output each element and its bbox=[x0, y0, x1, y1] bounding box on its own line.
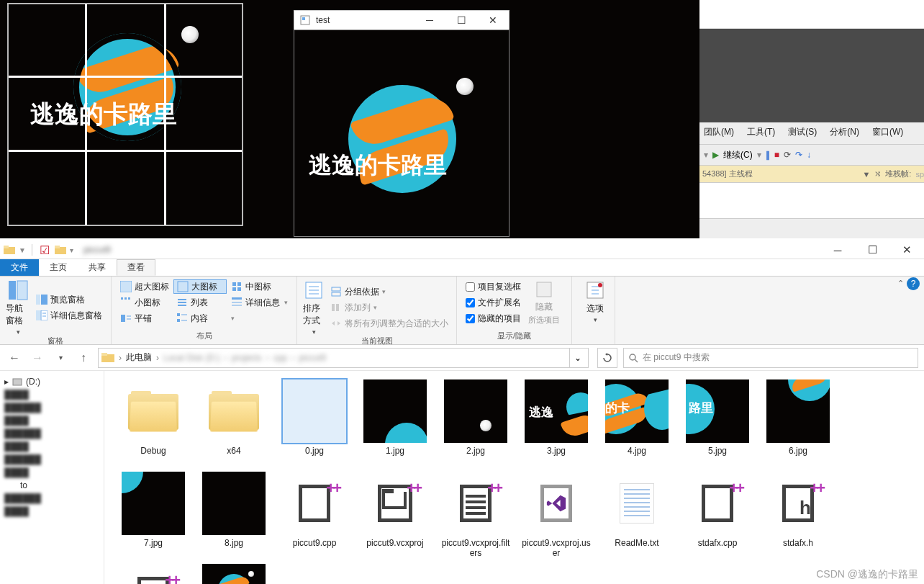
layout-medium[interactable]: 中图标 bbox=[228, 279, 291, 294]
forward-button[interactable]: → bbox=[29, 349, 46, 367]
history-dropdown[interactable]: ▾ bbox=[52, 349, 69, 367]
file-item[interactable]: 2.jpg bbox=[435, 377, 516, 469]
file-item[interactable]: ++stdafx.cpp bbox=[677, 469, 758, 561]
menu-test[interactable]: 测试(S) bbox=[788, 126, 817, 138]
properties-qat-icon[interactable]: ☑ bbox=[38, 243, 51, 256]
address-bar[interactable]: › 此电脑 › Local Disk (D:)› projects› cpp› … bbox=[98, 348, 589, 368]
svg-rect-10 bbox=[36, 310, 40, 320]
group-panes: 窗格 bbox=[6, 336, 105, 348]
details-pane-button[interactable]: 详细信息窗格 bbox=[33, 308, 105, 323]
search-box[interactable]: 在 piccut9 中搜索 bbox=[623, 348, 918, 368]
shuffle-icon[interactable]: ⤭ bbox=[874, 169, 881, 179]
ribbon-tabs[interactable]: 文件 主页 共享 查看 ⌃ ? bbox=[0, 259, 924, 277]
pause-icon[interactable]: ‖ bbox=[766, 150, 770, 160]
file-name: 1.jpg bbox=[386, 446, 404, 456]
options-button[interactable]: 选项▾ bbox=[578, 279, 612, 323]
file-name: 5.jpg bbox=[708, 446, 727, 456]
menu-team[interactable]: 团队(M) bbox=[704, 126, 734, 138]
window-minimize[interactable]: ─ bbox=[825, 243, 851, 257]
file-item[interactable]: ++piccut9.vcxproj bbox=[355, 469, 435, 561]
groupby-button[interactable]: 分组依据▾ bbox=[327, 284, 451, 299]
file-item[interactable]: 7.jpg bbox=[113, 469, 194, 561]
top-section: 逃逸的卡路里 test ─ ☐ ✕ 逃逸的卡路里 团队(M) 工具(T) 测试(… bbox=[0, 0, 924, 241]
file-item[interactable]: 0.jpg bbox=[274, 377, 355, 469]
svg-rect-20 bbox=[121, 297, 123, 300]
minimize-button[interactable]: ─ bbox=[414, 11, 445, 30]
file-item[interactable]: 6.jpg bbox=[758, 377, 838, 469]
file-item[interactable]: ++htargetver.h bbox=[113, 561, 194, 584]
folder-qat-icon[interactable] bbox=[3, 243, 16, 256]
tab-file[interactable]: 文件 bbox=[0, 259, 39, 276]
step-over-icon[interactable]: ↷ bbox=[795, 150, 802, 160]
preview-pane-button[interactable]: 预览窗格 bbox=[33, 292, 105, 307]
file-item[interactable]: ReadMe.txt bbox=[597, 469, 677, 561]
file-name: stdafx.h bbox=[783, 538, 813, 548]
up-button[interactable]: ↑ bbox=[75, 349, 92, 367]
continue-icon[interactable]: ▶ bbox=[712, 150, 719, 160]
svg-rect-18 bbox=[232, 287, 236, 291]
svg-line-50 bbox=[635, 359, 638, 362]
step-into-icon[interactable]: ↓ bbox=[807, 150, 811, 160]
layout-tiles[interactable]: 平铺 bbox=[117, 311, 172, 325]
file-item[interactable]: 逃逸3.jpg bbox=[516, 377, 597, 469]
stack-hint: sp bbox=[915, 170, 924, 179]
continue-label[interactable]: 继续(C) bbox=[723, 149, 753, 161]
sort-button[interactable]: 排序方式▾ bbox=[303, 279, 325, 336]
layout-xlarge[interactable]: 超大图标 bbox=[117, 279, 172, 294]
svg-rect-22 bbox=[128, 297, 130, 300]
tab-view[interactable]: 查看 bbox=[117, 259, 155, 276]
tab-home[interactable]: 主页 bbox=[39, 259, 78, 276]
file-item[interactable]: 1.jpg bbox=[355, 377, 435, 469]
breadcrumb-pc[interactable]: 此电脑 bbox=[126, 351, 152, 364]
maximize-button[interactable]: ☐ bbox=[445, 11, 477, 30]
window-title: test bbox=[316, 15, 414, 25]
window-maximize[interactable]: ☐ bbox=[859, 243, 885, 257]
address-dropdown[interactable]: ⌄ bbox=[569, 349, 585, 367]
tab-share[interactable]: 共享 bbox=[78, 259, 117, 276]
new-folder-qat-icon[interactable] bbox=[54, 243, 67, 256]
refresh-button[interactable] bbox=[597, 348, 617, 368]
collapse-ribbon-icon[interactable]: ⌃ bbox=[897, 279, 904, 288]
file-item[interactable]: Debug bbox=[113, 377, 194, 469]
checkbox-hidden[interactable]: 隐藏的项目 bbox=[463, 311, 524, 325]
svg-rect-44 bbox=[537, 282, 551, 297]
close-button[interactable]: ✕ bbox=[477, 11, 509, 30]
help-icon[interactable]: ? bbox=[907, 277, 920, 290]
menu-window[interactable]: 窗口(W) bbox=[872, 126, 903, 138]
file-item[interactable]: 的卡4.jpg bbox=[597, 377, 677, 469]
file-item[interactable]: 8.jpg bbox=[194, 469, 274, 561]
file-item[interactable]: x64 bbox=[194, 377, 274, 469]
file-list[interactable]: Debugx640.jpg1.jpg2.jpg逃逸3.jpg的卡4.jpg路里5… bbox=[104, 371, 924, 584]
layout-details[interactable]: 详细信息▾ bbox=[228, 295, 291, 310]
vs-menubar[interactable]: 团队(M) 工具(T) 测试(S) 分析(N) 窗口(W) bbox=[699, 122, 924, 141]
file-item[interactable]: ++piccut9.vcxproj.filters bbox=[435, 469, 516, 561]
vs-debug-toolbar[interactable]: ▾ ▶ 继续(C) ▾ ‖ ■ ⟳ ↷ ↓ bbox=[699, 144, 924, 166]
layout-content[interactable]: 内容 bbox=[173, 311, 227, 325]
checkbox-items[interactable]: 项目复选框 bbox=[463, 279, 524, 294]
test-window-titlebar[interactable]: test ─ ☐ ✕ bbox=[294, 10, 509, 30]
checkbox-ext[interactable]: 文件扩展名 bbox=[463, 295, 524, 310]
window-close[interactable]: ✕ bbox=[894, 243, 920, 257]
filter-icon[interactable]: ▼ bbox=[862, 170, 870, 179]
quick-access-toolbar[interactable]: ▼ ☑ ▾ piccut9 ─ ☐ ✕ bbox=[0, 241, 924, 259]
nav-tree[interactable]: ▸(D:) ████ ██████ ████ ██████ ████ █████… bbox=[0, 371, 104, 584]
layout-list[interactable]: 列表 bbox=[173, 295, 227, 310]
file-name: ReadMe.txt bbox=[615, 538, 658, 548]
layout-small[interactable]: 小图标 bbox=[117, 295, 172, 310]
file-item[interactable]: 路里5.jpg bbox=[677, 377, 758, 469]
group-currentview: 当前视图 bbox=[303, 336, 450, 348]
menu-tools[interactable]: 工具(T) bbox=[747, 126, 775, 138]
file-item[interactable]: piccut9.vcxproj.user bbox=[516, 469, 597, 561]
layout-large[interactable]: 大图标 bbox=[173, 279, 227, 294]
back-button[interactable]: ← bbox=[6, 349, 23, 367]
stop-icon[interactable]: ■ bbox=[774, 150, 779, 160]
file-item[interactable]: ++hstdafx.h bbox=[758, 469, 838, 561]
file-item[interactable]: ++piccut9.cpp bbox=[274, 469, 355, 561]
vs-thread-tab[interactable]: 54388] 主线程 ▼ ⤭ 堆栈帧: sp bbox=[699, 166, 924, 183]
nav-pane-button[interactable]: 导航窗格 ▾ bbox=[6, 279, 30, 336]
file-item[interactable]: 逃逸的卡路里逃逸的卡路里.jpg bbox=[194, 561, 274, 584]
file-name: Debug bbox=[140, 446, 166, 456]
restart-icon[interactable]: ⟳ bbox=[784, 150, 791, 160]
menu-analyze[interactable]: 分析(N) bbox=[830, 126, 859, 138]
svg-rect-6 bbox=[9, 281, 16, 300]
